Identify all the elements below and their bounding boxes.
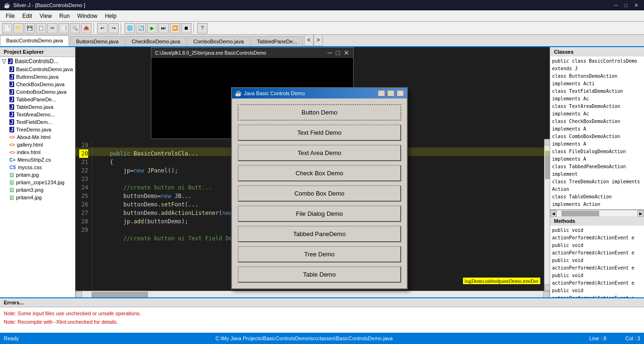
class-item-2[interactable]: class TextFieldDemoAction implements Ac <box>552 88 642 103</box>
console-minimize[interactable]: ─ <box>328 49 332 57</box>
tab-buttons[interactable]: ButtonsDemo.java <box>70 36 124 46</box>
demo-close[interactable]: ✕ <box>396 90 404 97</box>
pe-item-tabledemo[interactable]: JTableDemo.java <box>8 103 75 111</box>
hscroll-left[interactable]: ◀ <box>75 291 82 298</box>
pe-item-buttons[interactable]: JButtonsDemo.java <box>8 73 75 81</box>
toolbar-refresh[interactable]: 🔄 <box>136 23 146 33</box>
toolbar-btn5[interactable]: ✂ <box>47 23 58 33</box>
pe-item-textarea[interactable]: JTextAreaDemo... <box>8 111 75 118</box>
minimize-btn[interactable]: ─ <box>612 2 620 8</box>
toolbar-stop[interactable]: ⏹ <box>181 23 191 33</box>
classes-hscroll[interactable]: ◀ ▶ <box>550 210 644 216</box>
method-item-4[interactable]: public void actionPerformed(ActionEvent … <box>552 287 642 297</box>
demo-btn-textarea[interactable]: Text Area Demo <box>238 145 401 161</box>
tab-scroll-left[interactable]: < <box>304 35 314 46</box>
pe-item-textfield[interactable]: JTextFieldDem... <box>8 118 75 126</box>
pe-item-basiccontrols[interactable]: JBasicControlsDemo.java <box>8 66 75 73</box>
pe-item-pritamzope[interactable]: 🖼pritam_zope1234.jpg <box>8 179 75 186</box>
hscroll-track[interactable] <box>82 291 543 298</box>
class-item-8[interactable]: class TreeDemoAction implements Action <box>552 178 642 193</box>
menu-view[interactable]: View <box>36 12 56 20</box>
tab-combobox[interactable]: ComboBoxDemo.java <box>187 36 250 46</box>
tab-scroll-right[interactable]: > <box>314 35 323 46</box>
method-item-1[interactable]: public void actionPerformed(ActionEvent … <box>552 242 642 257</box>
vscroll-down[interactable]: ▼ <box>545 284 550 291</box>
demo-btn-table[interactable]: Table Demo <box>238 266 401 283</box>
toolbar-undo[interactable]: ↩ <box>97 23 107 33</box>
rp-hscroll-track[interactable] <box>557 210 637 216</box>
pe-item-treedemo[interactable]: JTreeDemo.java <box>8 126 75 133</box>
tab-tabbedpane[interactable]: TabbedPaneDe... <box>251 36 303 46</box>
pe-item-mycss[interactable]: CSmycss.css <box>8 164 75 171</box>
toolbar-btn7[interactable]: 🔍 <box>70 23 80 33</box>
vscroll-up[interactable]: ▲ <box>545 139 550 146</box>
class-item-7[interactable]: class TabbedPaneDemoAction implement <box>552 163 642 178</box>
pe-item-checkbox[interactable]: JCheckBoxDemo.java <box>8 81 75 88</box>
tab-checkbox[interactable]: CheckBoxDemo.java <box>125 36 186 46</box>
pe-item-aboutme[interactable]: <>About-Me.html <box>8 133 75 141</box>
toolbar-redo[interactable]: ↪ <box>108 23 119 33</box>
demo-maximize[interactable]: □ <box>387 90 395 97</box>
toolbar-step[interactable]: ⏭ <box>158 23 169 33</box>
demo-btn-combobox[interactable]: Combo Box Demo <box>238 185 401 202</box>
method-item-3[interactable]: public void actionPerformed(ActionEvent … <box>552 272 642 287</box>
vscroll-track[interactable] <box>545 146 550 284</box>
pe-item-pritam3[interactable]: 🖼pritam3.png <box>8 186 75 194</box>
demo-btn-checkbox[interactable]: Check Box Demo <box>238 165 401 181</box>
toolbar-open[interactable]: 📁 <box>13 23 24 33</box>
class-item-6[interactable]: class FileDialogDemoAction implements A <box>552 148 642 163</box>
demo-btn-button[interactable]: Button Demo <box>238 104 401 121</box>
class-item-5[interactable]: class ComboBoxDemoAction implements A <box>552 133 642 148</box>
demo-title-controls[interactable]: ─ □ ✕ <box>378 90 404 97</box>
toolbar-help[interactable]: ? <box>197 23 207 33</box>
pe-item-pritam[interactable]: 🖼pritam.jpg <box>8 171 75 179</box>
demo-btn-tabbedpane[interactable]: Tabbed PaneDemo <box>238 226 401 242</box>
console-maximize[interactable]: □ <box>336 49 340 57</box>
class-item-4[interactable]: class CheckBoxDemoAction implements A <box>552 118 642 133</box>
class-item-3[interactable]: class TextAreaDemoAction implements Ac <box>552 103 642 118</box>
pe-item-gallery[interactable]: <>gallery.html <box>8 141 75 148</box>
hscroll-right[interactable]: ▶ <box>543 291 550 298</box>
title-bar-controls[interactable]: ─ □ ✕ <box>612 2 640 8</box>
demo-minimize[interactable]: ─ <box>378 90 385 97</box>
pe-item-tabbedpane[interactable]: JTabbedPaneDe... <box>8 96 75 103</box>
toolbar-new[interactable]: 📄 <box>2 23 12 33</box>
toolbar-save[interactable]: 💾 <box>25 23 35 33</box>
console-close[interactable]: ✕ <box>344 49 349 57</box>
html-icon: <> <box>9 135 15 140</box>
demo-btn-tree[interactable]: Tree Demo <box>238 246 401 262</box>
menu-window[interactable]: Window <box>74 12 101 20</box>
rp-hscroll-right[interactable]: ▶ <box>637 210 644 217</box>
menu-edit[interactable]: Edit <box>18 12 36 20</box>
toolbar-step2[interactable]: ⏩ <box>170 23 180 33</box>
class-item-1[interactable]: class ButtonsDemoAction implements Acti <box>552 73 642 88</box>
method-item-2[interactable]: public void actionPerformed(ActionEvent … <box>552 257 642 272</box>
toolbar-btn6[interactable]: 📑 <box>58 23 69 33</box>
menu-help[interactable]: Help <box>101 12 121 20</box>
pe-item-index[interactable]: <>index.html <box>8 148 75 156</box>
hscroll-bar[interactable]: ◀ ▶ <box>75 291 550 297</box>
toolbar-web[interactable]: 🌐 <box>124 23 135 33</box>
rp-hscroll-left[interactable]: ◀ <box>550 210 557 217</box>
pe-item-menustripz[interactable]: C+MenuStripZ.cs <box>8 156 75 164</box>
method-item-0[interactable]: public void actionPerformed(ActionEvent … <box>552 227 642 242</box>
pe-root[interactable]: ▽ J BasicControlsD... <box>0 57 75 66</box>
menu-file[interactable]: File <box>2 12 18 20</box>
menu-run[interactable]: Run <box>56 12 74 20</box>
demo-btn-filedialog[interactable]: File Dialog Demo <box>238 205 401 222</box>
toolbar-run[interactable]: ▶ <box>147 23 157 33</box>
toolbar-btn4[interactable]: 📋 <box>36 23 46 33</box>
pe-item-combobox[interactable]: JComboBoxDemo.java <box>8 88 75 96</box>
close-btn[interactable]: ✕ <box>632 2 640 8</box>
hscroll-thumb[interactable] <box>91 292 148 297</box>
class-item-9[interactable]: class TableDemoAction implements Action <box>552 193 642 208</box>
demo-btn-textfield[interactable]: Text Field Demo <box>238 124 401 141</box>
rp-hscroll-thumb[interactable] <box>561 211 599 216</box>
pe-item-pritam4[interactable]: 🖼pritam4.jpg <box>8 194 75 201</box>
tab-basiccontrols[interactable]: BasicControlsDemo.java <box>0 35 69 46</box>
class-item-0[interactable]: public class BasicControlsDemo extends J <box>552 57 642 73</box>
console-title-controls[interactable]: ─ □ ✕ <box>328 49 349 57</box>
toolbar-btn8[interactable]: 📤 <box>81 23 91 33</box>
maximize-btn[interactable]: □ <box>622 2 629 8</box>
vscroll[interactable]: ▲ ▼ <box>544 139 550 291</box>
